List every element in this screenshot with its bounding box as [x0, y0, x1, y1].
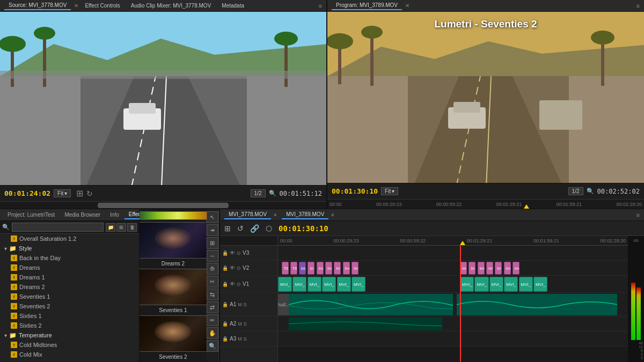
- track-select-tool[interactable]: ↠: [207, 224, 218, 236]
- close-tl-tab1[interactable]: ✕: [273, 212, 277, 218]
- clip-mvi11[interactable]: MVI_: [519, 277, 533, 292]
- tab-metadata[interactable]: Metadata: [217, 2, 248, 10]
- list-item-temperature-folder[interactable]: ▾ 📁 Temperature: [0, 330, 139, 340]
- effects-search-input[interactable]: [12, 223, 104, 232]
- tab-project[interactable]: Project: LumetriTest: [3, 211, 59, 219]
- timeline-settings-btn[interactable]: ↺: [235, 223, 246, 234]
- clip-mvi8[interactable]: MVI_: [474, 277, 488, 292]
- timeline-ruler[interactable]: 00:00 00:00:29:23 00:00:59:22 00:01:29:2…: [278, 236, 628, 246]
- source-settings-icon[interactable]: ⊞: [76, 188, 83, 198]
- clip-im7[interactable]: Im7: [343, 262, 350, 275]
- list-item[interactable]: f Sixties 1: [0, 311, 139, 321]
- close-tl-tab2[interactable]: ✕: [331, 212, 335, 218]
- preview-thumb-dreams2[interactable]: [140, 222, 207, 258]
- list-item-dreams[interactable]: f Dreams: [0, 263, 139, 272]
- clip-im9-b[interactable]: Im9: [469, 262, 475, 275]
- list-item[interactable]: f Cold Midtones: [0, 340, 139, 350]
- select-tool[interactable]: ↖: [207, 211, 218, 223]
- clip-mvi9[interactable]: MVI_: [489, 277, 503, 292]
- clip-mvi6[interactable]: MVI_: [352, 277, 365, 292]
- mute-a3[interactable]: M: [238, 336, 242, 342]
- tracks-scroll[interactable]: Titl Titl bb2 Im3 Im4 Im5 Im6 Im7 Im8: [278, 246, 628, 362]
- clip-mvi3[interactable]: MVI_: [308, 277, 321, 292]
- clip-bb2[interactable]: bb2: [299, 262, 306, 275]
- lock-v1[interactable]: 🔒: [222, 282, 228, 287]
- audio-waveform-a2[interactable]: [289, 317, 443, 330]
- close-program-tab[interactable]: ✕: [405, 3, 409, 9]
- new-bin-btn[interactable]: ⊞: [116, 223, 126, 232]
- program-panel-menu[interactable]: ≡: [636, 3, 640, 9]
- sync-v1[interactable]: ⊙: [237, 282, 241, 287]
- eye-v1[interactable]: 👁: [230, 281, 235, 287]
- clip-title1[interactable]: Titl: [282, 262, 289, 275]
- source-panel-menu[interactable]: ≡: [319, 3, 322, 9]
- solo-a1[interactable]: S: [244, 302, 247, 307]
- ripple-tool[interactable]: ⊞: [207, 237, 218, 249]
- timeline-magnet-btn[interactable]: ⬡: [264, 223, 274, 234]
- roll-tool[interactable]: ↔: [207, 250, 218, 262]
- clip-mvi10[interactable]: MVI_: [504, 277, 518, 292]
- new-folder-btn[interactable]: 📁: [106, 223, 115, 232]
- list-item[interactable]: f Seventies 2: [0, 301, 139, 311]
- clip-mvi4[interactable]: MVI_: [322, 277, 336, 292]
- clip-im9-a[interactable]: Im9: [460, 262, 467, 275]
- sync-v2[interactable]: ⊙: [237, 265, 241, 271]
- slip-tool[interactable]: ⇆: [207, 289, 218, 300]
- magnify-icon[interactable]: 🔍: [269, 190, 276, 197]
- clip-mvi2[interactable]: MVI_: [292, 277, 306, 292]
- clip-mvi1[interactable]: MVI_: [278, 277, 292, 292]
- tab-program[interactable]: Program: MVI_3789.MOV: [332, 1, 402, 10]
- list-item[interactable]: f Back in the Day: [0, 253, 139, 263]
- clip-im1-e[interactable]: Im1: [513, 262, 519, 275]
- solo-a2[interactable]: S: [244, 321, 247, 327]
- clip-im6[interactable]: Im6: [334, 262, 341, 275]
- clip-im1-c[interactable]: Im1: [495, 262, 502, 275]
- eye-v3[interactable]: 👁: [230, 250, 235, 256]
- clip-im1-d[interactable]: Im1: [504, 262, 511, 275]
- timeline-link-btn[interactable]: 🔗: [248, 223, 261, 234]
- source-fit-btn[interactable]: Fit ▾: [54, 189, 71, 197]
- clip-mvi5[interactable]: MVI_: [337, 277, 351, 292]
- slide-tool[interactable]: ⇄: [207, 301, 218, 313]
- program-fit-btn[interactable]: Fit ▾: [381, 187, 398, 195]
- clip-im5[interactable]: Im5: [325, 262, 332, 275]
- close-source-tab[interactable]: ✕: [74, 3, 78, 9]
- audio-waveform-2[interactable]: [457, 294, 618, 315]
- program-magnify-icon[interactable]: 🔍: [587, 188, 594, 195]
- sync-v3[interactable]: ⊙: [237, 250, 241, 256]
- tab-media-browser[interactable]: Media Browser: [60, 211, 105, 219]
- preview-thumb-seventies1[interactable]: [140, 269, 207, 305]
- clip-im8[interactable]: Im8: [352, 262, 358, 275]
- clip-im1-b[interactable]: Im1: [486, 262, 493, 275]
- hand-tool[interactable]: ✋: [207, 327, 218, 339]
- pen-tool[interactable]: ✏: [207, 314, 218, 326]
- clip-im1-a[interactable]: Im1: [478, 262, 485, 275]
- delete-btn[interactable]: 🗑: [127, 223, 137, 232]
- source-loop-icon[interactable]: ↻: [86, 189, 93, 198]
- clip-mvi12[interactable]: MVI_: [533, 277, 547, 292]
- clip-im4[interactable]: Im4: [317, 262, 324, 275]
- list-item[interactable]: f Dreams 2: [0, 282, 139, 292]
- clip-mvi7[interactable]: MVI_: [460, 277, 474, 292]
- list-item[interactable]: f Overall Saturation 1.2: [0, 234, 139, 243]
- timeline-tab-1[interactable]: MVI_3778.MOV: [224, 210, 271, 219]
- lock-v2[interactable]: 🔒: [222, 265, 228, 271]
- tab-audio-clip-mixer[interactable]: Audio Clip Mixer: MVI_3778.MOV: [127, 2, 216, 10]
- timeline-add-btn[interactable]: ⊞: [222, 223, 233, 234]
- lock-a1[interactable]: 🔒: [222, 302, 228, 307]
- lock-a2[interactable]: 🔒: [222, 321, 228, 327]
- tab-effect-controls[interactable]: Effect Controls: [80, 2, 124, 10]
- lock-v3[interactable]: 🔒: [222, 250, 228, 256]
- mute-a1[interactable]: M: [238, 302, 242, 307]
- solo-a3[interactable]: S: [244, 336, 247, 342]
- timeline-menu-icon[interactable]: ≡: [636, 212, 640, 218]
- lock-a3[interactable]: 🔒: [222, 336, 228, 342]
- audio-waveform-1[interactable]: [289, 294, 453, 315]
- list-item-style-folder[interactable]: ▾ 📁 Style: [0, 243, 139, 253]
- tab-info[interactable]: Info: [106, 211, 123, 219]
- preview-thumb-seventies2[interactable]: [140, 315, 207, 352]
- list-item[interactable]: f Dreams 1: [0, 272, 139, 282]
- source-scrollbar[interactable]: [98, 203, 228, 208]
- clip-title2[interactable]: Titl: [290, 262, 297, 275]
- tab-source[interactable]: Source: MVI_3778.MOV: [4, 1, 71, 10]
